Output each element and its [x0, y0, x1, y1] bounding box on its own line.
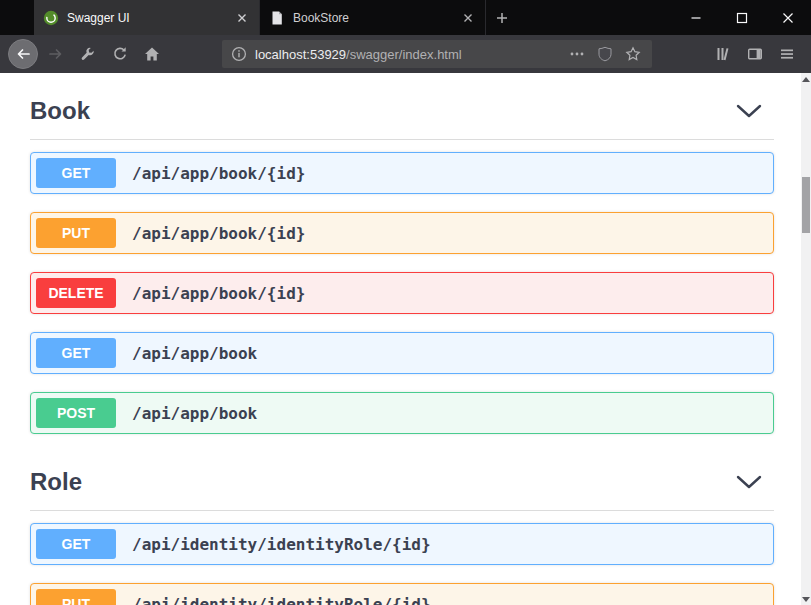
back-button[interactable]: [8, 39, 38, 69]
method-badge: PUT: [36, 218, 116, 248]
url-bar[interactable]: localhost:53929/swagger/index.html: [222, 40, 652, 68]
minimize-button[interactable]: [673, 0, 719, 35]
back-arrow-icon: [15, 46, 31, 62]
endpoint-row[interactable]: POST /api/app/book: [30, 392, 774, 434]
chevron-down-icon[interactable]: [736, 104, 762, 118]
endpoint-path: /api/app/book/{id}: [132, 284, 305, 303]
hamburger-icon: [779, 46, 795, 62]
sidebar-toggle-button[interactable]: [741, 40, 769, 68]
tab-bar: Swagger UI BookStore: [0, 0, 811, 35]
site-info-icon[interactable]: [231, 46, 247, 62]
api-sections: Book GET /api/app/book/{id} PUT /api/app…: [30, 87, 774, 605]
home-icon: [144, 46, 160, 62]
section-header[interactable]: Role: [30, 458, 774, 511]
forward-arrow-icon: [48, 46, 64, 62]
api-section: Book GET /api/app/book/{id} PUT /api/app…: [30, 87, 774, 458]
method-badge: GET: [36, 158, 116, 188]
endpoint-row[interactable]: PUT /api/identity/identityRole/{id}: [30, 583, 774, 605]
minimize-icon: [690, 12, 702, 24]
endpoint-list: GET /api/app/book/{id} PUT /api/app/book…: [30, 140, 774, 458]
titlebar-spacer: [0, 0, 34, 35]
window-controls: [673, 0, 811, 35]
tab-swagger-ui[interactable]: Swagger UI: [34, 0, 260, 35]
scrollbar-thumb[interactable]: [802, 177, 810, 233]
star-icon: [625, 46, 641, 62]
tab-title: BookStore: [293, 11, 452, 25]
ellipsis-icon: [569, 46, 585, 62]
menu-button[interactable]: [773, 40, 801, 68]
endpoint-path: /api/app/book: [132, 344, 257, 363]
endpoint-path: /api/app/book/{id}: [132, 164, 305, 183]
scroll-up-arrow-icon[interactable]: [801, 73, 811, 85]
url-path: /swagger/index.html: [346, 47, 462, 62]
endpoint-path: /api/app/book: [132, 404, 257, 423]
tab-close-icon[interactable]: [460, 10, 476, 26]
close-button[interactable]: [765, 0, 811, 35]
method-badge: GET: [36, 529, 116, 559]
section-title: Role: [30, 468, 82, 496]
swagger-favicon: [43, 10, 59, 26]
toolbar-right-group: [707, 40, 803, 68]
vertical-scrollbar[interactable]: [801, 73, 811, 605]
maximize-icon: [736, 12, 748, 24]
forward-button[interactable]: [42, 40, 70, 68]
endpoint-path: /api/app/book/{id}: [132, 224, 305, 243]
new-tab-button[interactable]: [486, 0, 518, 35]
api-section: Role GET /api/identity/identityRole/{id}…: [30, 458, 774, 605]
endpoint-path: /api/identity/identityRole/{id}: [132, 595, 431, 605]
library-icon: [715, 46, 731, 62]
shield-icon: [597, 46, 613, 62]
method-badge: PUT: [36, 589, 116, 605]
bookmark-star-button[interactable]: [623, 44, 643, 64]
endpoint-list: GET /api/identity/identityRole/{id} PUT …: [30, 511, 774, 605]
refresh-button[interactable]: [106, 40, 134, 68]
refresh-icon: [112, 46, 128, 62]
endpoint-row[interactable]: PUT /api/app/book/{id}: [30, 212, 774, 254]
library-button[interactable]: [709, 40, 737, 68]
section-title: Book: [30, 97, 90, 125]
wrench-icon: [80, 46, 96, 62]
sidebar-icon: [747, 46, 763, 62]
tracking-protection-button[interactable]: [595, 44, 615, 64]
method-badge: DELETE: [36, 278, 116, 308]
tab-close-icon[interactable]: [234, 10, 250, 26]
endpoint-path: /api/identity/identityRole/{id}: [132, 535, 431, 554]
bookstore-favicon: [269, 10, 285, 26]
maximize-button[interactable]: [719, 0, 765, 35]
plus-icon: [495, 11, 509, 25]
page-content: Book GET /api/app/book/{id} PUT /api/app…: [0, 73, 801, 605]
page-actions-button[interactable]: [567, 44, 587, 64]
chevron-down-icon[interactable]: [736, 475, 762, 489]
url-host: localhost:53929: [255, 47, 346, 62]
tools-button[interactable]: [74, 40, 102, 68]
method-badge: POST: [36, 398, 116, 428]
tab-title: Swagger UI: [67, 11, 226, 25]
close-icon: [782, 12, 794, 24]
url-text[interactable]: localhost:53929/swagger/index.html: [255, 47, 462, 62]
endpoint-row[interactable]: GET /api/app/book: [30, 332, 774, 374]
endpoint-row[interactable]: GET /api/app/book/{id}: [30, 152, 774, 194]
method-badge: GET: [36, 338, 116, 368]
endpoint-row[interactable]: DELETE /api/app/book/{id}: [30, 272, 774, 314]
section-header[interactable]: Book: [30, 87, 774, 140]
home-button[interactable]: [138, 40, 166, 68]
navigation-toolbar: localhost:53929/swagger/index.html: [0, 35, 811, 73]
tab-bookstore[interactable]: BookStore: [260, 0, 486, 35]
endpoint-row[interactable]: GET /api/identity/identityRole/{id}: [30, 523, 774, 565]
scroll-down-arrow-icon[interactable]: [801, 593, 811, 605]
